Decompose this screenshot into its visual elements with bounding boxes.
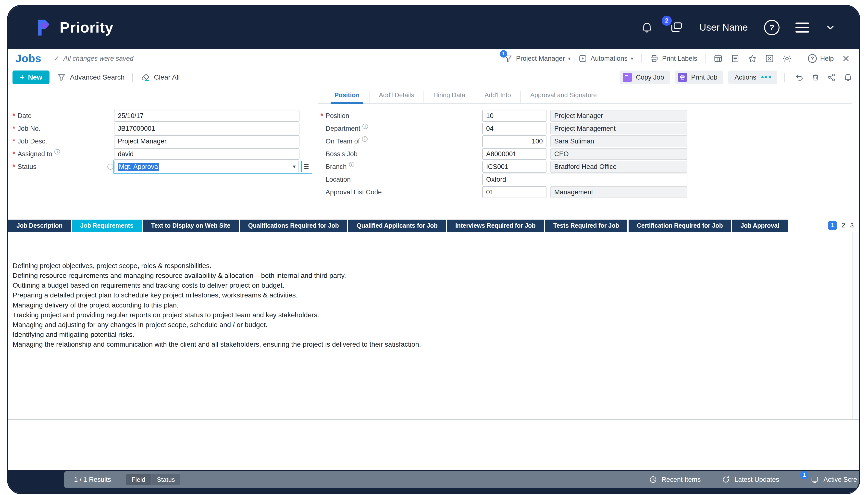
approval-list-code-input[interactable] bbox=[482, 186, 546, 198]
page-3[interactable]: 3 bbox=[850, 222, 854, 229]
job-no-label: Job No. bbox=[18, 125, 40, 133]
automations-icon bbox=[578, 54, 587, 63]
user-name[interactable]: User Name bbox=[699, 22, 748, 33]
chevron-down-icon[interactable] bbox=[825, 22, 836, 33]
help-icon bbox=[808, 54, 817, 63]
excel-export-icon[interactable] bbox=[765, 54, 774, 63]
status-label: Status bbox=[18, 163, 36, 171]
tab-qualified-applicants[interactable]: Qualified Applicants for Job bbox=[348, 220, 446, 232]
latest-updates-label: Latest Updates bbox=[734, 476, 779, 483]
tab-addl-details[interactable]: Add'l Details bbox=[369, 91, 424, 103]
tab-qualifications-required[interactable]: Qualifications Required for Job bbox=[240, 220, 347, 232]
on-team-of-desc-field bbox=[551, 135, 687, 147]
on-team-of-label: On Team of bbox=[326, 137, 360, 145]
active-screens-button[interactable]: 1 Active Scre bbox=[800, 475, 857, 484]
close-icon[interactable] bbox=[841, 54, 850, 63]
field-toggle[interactable]: Field bbox=[126, 474, 151, 485]
form-row-status: Status Mgt. Approva bbox=[13, 161, 310, 172]
form-row-boss-job: Boss's Job bbox=[321, 148, 857, 159]
tab-job-requirements[interactable]: Job Requirements bbox=[72, 220, 142, 232]
boss-job-code-input[interactable] bbox=[482, 148, 546, 159]
actions-button[interactable]: Actions bbox=[728, 70, 777, 84]
role-selector[interactable]: 1 Project Manager bbox=[504, 54, 571, 63]
tab-text-to-display[interactable]: Text to Display on Web Site bbox=[143, 220, 239, 232]
text-line: Identifying and mitigating potential ris… bbox=[13, 330, 421, 340]
date-input[interactable] bbox=[114, 110, 299, 121]
role-filter-icon: 1 bbox=[504, 54, 513, 63]
share-icon[interactable] bbox=[827, 73, 836, 82]
page-1[interactable]: 1 bbox=[828, 221, 837, 229]
tab-certification-required[interactable]: Certification Required for Job bbox=[628, 220, 731, 232]
copy-job-label: Copy Job bbox=[636, 73, 664, 81]
trash-icon[interactable] bbox=[811, 73, 820, 82]
printer-icon bbox=[650, 54, 659, 63]
status-radio[interactable] bbox=[107, 164, 113, 170]
latest-updates-button[interactable]: Latest Updates bbox=[722, 475, 779, 484]
clear-all-button[interactable]: Clear All bbox=[141, 73, 180, 82]
assigned-to-input[interactable] bbox=[114, 148, 299, 159]
form-row-department: Department bbox=[321, 123, 857, 134]
pane-divider bbox=[311, 89, 311, 214]
help-icon[interactable] bbox=[764, 20, 780, 35]
text-line: Preparing a detailed project plan to sch… bbox=[13, 290, 421, 300]
star-icon[interactable] bbox=[748, 54, 757, 63]
branch-label: Branch bbox=[326, 163, 347, 171]
automations-menu[interactable]: Automations bbox=[578, 54, 633, 63]
status-toggle[interactable]: Status bbox=[151, 474, 181, 485]
required-asterisk bbox=[13, 125, 17, 133]
tab-hiring-data[interactable]: Hiring Data bbox=[424, 91, 475, 103]
print-labels-label: Print Labels bbox=[662, 55, 697, 63]
recent-items-button[interactable]: Recent Items bbox=[649, 475, 701, 484]
info-icon bbox=[362, 136, 367, 142]
text-line: Defining resource requirements and manag… bbox=[13, 271, 421, 280]
job-desc-input[interactable] bbox=[114, 135, 299, 147]
recent-items-label: Recent Items bbox=[662, 476, 701, 483]
plus-icon bbox=[20, 72, 25, 82]
department-desc-field bbox=[551, 123, 687, 134]
help-label: Help bbox=[820, 55, 834, 63]
status-value: Mgt. Approva bbox=[118, 163, 159, 171]
branch-desc-field bbox=[551, 161, 687, 172]
advanced-search-button[interactable]: Advanced Search bbox=[57, 73, 125, 82]
chevron-down-icon[interactable] bbox=[293, 163, 296, 170]
bell-icon[interactable] bbox=[843, 73, 853, 82]
messages-icon[interactable]: 2 bbox=[670, 20, 684, 35]
tab-addl-info[interactable]: Add'l Info bbox=[475, 91, 520, 103]
position-code-input[interactable] bbox=[482, 110, 546, 121]
status-input[interactable]: Mgt. Approva bbox=[114, 161, 299, 172]
status-list-button[interactable] bbox=[301, 161, 311, 172]
tab-interviews-required[interactable]: Interviews Required for Job bbox=[447, 220, 544, 232]
save-status-text: All changes were saved bbox=[63, 55, 133, 63]
tab-job-approval[interactable]: Job Approval bbox=[732, 220, 788, 232]
copy-job-button[interactable]: Copy Job bbox=[620, 70, 670, 84]
branch-code-input[interactable] bbox=[482, 161, 546, 172]
job-no-input[interactable] bbox=[114, 123, 299, 134]
job-requirements-editor[interactable]: Defining project objectives, project sco… bbox=[8, 232, 859, 420]
department-label: Department bbox=[326, 125, 360, 133]
print-job-button[interactable]: Print Job bbox=[675, 70, 723, 84]
tab-position[interactable]: Position bbox=[325, 91, 369, 103]
menu-icon[interactable] bbox=[796, 22, 809, 32]
report-icon[interactable] bbox=[731, 54, 740, 63]
tab-approval-signature[interactable]: Approval and Signature bbox=[520, 91, 606, 103]
tab-job-description[interactable]: Job Description bbox=[8, 220, 71, 232]
department-code-input[interactable] bbox=[482, 123, 546, 134]
page-2[interactable]: 2 bbox=[842, 222, 845, 229]
on-team-of-input[interactable] bbox=[482, 135, 546, 147]
text-line: Managing the relationship and communicat… bbox=[13, 340, 421, 349]
new-button[interactable]: New bbox=[13, 70, 49, 84]
undo-icon[interactable] bbox=[795, 73, 804, 82]
grid-icon[interactable] bbox=[714, 54, 723, 63]
tab-tests-required[interactable]: Tests Required for Job bbox=[545, 220, 627, 232]
brand-name: Priority bbox=[60, 19, 113, 36]
position-desc-field bbox=[551, 110, 687, 121]
help-button[interactable]: Help bbox=[808, 54, 834, 63]
results-count: 1 / 1 Results bbox=[74, 476, 111, 483]
status-combo[interactable]: Mgt. Approva bbox=[113, 160, 312, 174]
print-labels-button[interactable]: Print Labels bbox=[650, 54, 697, 63]
gear-icon[interactable] bbox=[782, 54, 792, 64]
bell-icon[interactable] bbox=[641, 21, 653, 34]
scrollbar[interactable] bbox=[852, 232, 859, 420]
location-input[interactable] bbox=[482, 174, 687, 185]
notifications-badge: 2 bbox=[662, 16, 672, 26]
